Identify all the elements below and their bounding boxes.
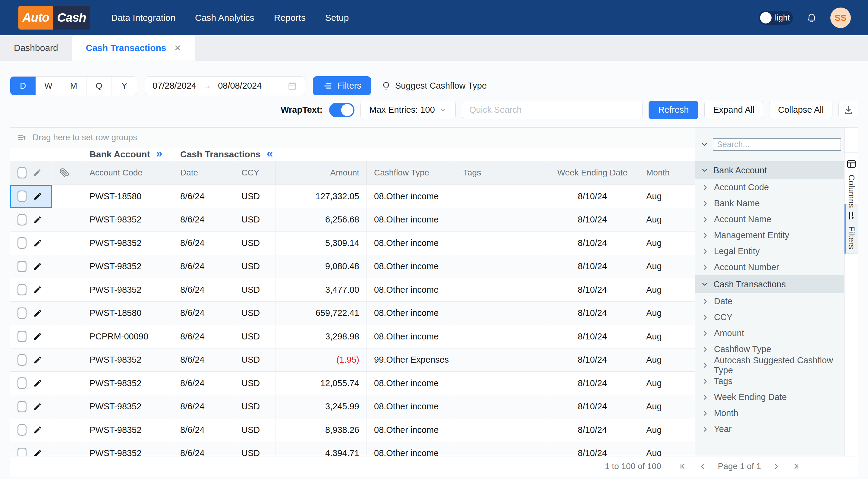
cell-tags[interactable] [456,232,546,255]
cell-month[interactable]: Aug [639,185,695,208]
cell-week-ending-date[interactable]: 8/10/24 [546,255,639,278]
quick-search-input[interactable] [462,101,643,119]
cell-date[interactable]: 8/6/24 [173,418,234,442]
cell-amount[interactable]: 4,394.71 [276,442,367,456]
filters-button[interactable]: Filters [313,76,371,95]
row-checkbox[interactable] [18,237,27,249]
collapse-group-icon[interactable]: « [267,148,273,159]
filter-item-amount[interactable]: Amount [695,325,844,341]
cell-month[interactable]: Aug [639,278,695,301]
filter-item-month[interactable]: Month [695,405,844,421]
cell-date[interactable]: 8/6/24 [173,208,234,232]
cell-ccy[interactable]: USD [234,302,276,325]
cell-amount[interactable]: 127,332.05 [276,185,367,208]
cell-date[interactable]: 8/6/24 [173,372,234,395]
row-attachment-cell[interactable] [52,372,82,395]
cell-cashflow-type[interactable]: 08.Other income [367,232,456,255]
edit-row-icon[interactable] [33,332,42,341]
download-button[interactable] [838,101,858,119]
cell-month[interactable]: Aug [639,372,695,395]
row-checkbox[interactable] [18,261,27,272]
row-checkbox[interactable] [18,284,27,295]
column-header-cashflow-type[interactable]: Cashflow Type [367,161,456,184]
cell-ccy[interactable]: USD [234,255,276,278]
row-select-cell[interactable] [10,349,52,372]
row-attachment-cell[interactable] [52,442,82,456]
cell-cashflow-type[interactable]: 08.Other income [367,418,456,442]
date-range-picker[interactable]: 07/28/2024 → 08/08/2024 [145,76,305,95]
filter-item-ccy[interactable]: CCY [695,309,844,325]
filter-item-date[interactable]: Date [695,293,844,309]
cell-cashflow-type[interactable]: 08.Other income [367,442,456,456]
cell-account-code[interactable]: PWST-98352 [82,418,173,442]
cell-ccy[interactable]: USD [234,278,276,301]
cell-tags[interactable] [456,442,546,456]
cell-amount[interactable]: 5,309.14 [276,232,367,255]
row-attachment-cell[interactable] [52,208,82,232]
row-attachment-cell[interactable] [52,185,82,208]
nav-item-setup[interactable]: Setup [325,13,349,23]
cell-cashflow-type[interactable]: 99.Other Expenses [367,349,456,372]
cell-ccy[interactable]: USD [234,372,276,395]
nav-item-cash-analytics[interactable]: Cash Analytics [195,13,254,23]
side-tab-columns[interactable]: Columns [844,153,858,203]
cell-account-code[interactable]: PWST-18580 [82,302,173,325]
filter-item-legal-entity[interactable]: Legal Entity [695,243,844,259]
period-button-w[interactable]: W [36,77,61,95]
edit-row-icon[interactable] [33,309,42,318]
row-checkbox[interactable] [18,378,27,389]
row-attachment-cell[interactable] [52,232,82,255]
edit-row-icon[interactable] [33,238,42,247]
cell-month[interactable]: Aug [639,395,695,418]
cell-account-code[interactable]: PWST-98352 [82,208,173,232]
expand-group-icon[interactable]: » [156,148,162,159]
cell-week-ending-date[interactable]: 8/10/24 [546,395,639,418]
row-select-cell[interactable] [10,185,52,208]
cell-account-code[interactable]: PWST-98352 [82,372,173,395]
row-select-cell[interactable] [10,372,52,395]
column-header-week-ending-date[interactable]: Week Ending Date [546,161,639,184]
column-header-amount[interactable]: Amount [276,161,367,184]
cell-tags[interactable] [456,185,546,208]
column-header-date[interactable]: Date [173,161,234,184]
collapse-all-button[interactable]: Collapse All [769,101,832,119]
cell-tags[interactable] [456,208,546,232]
cell-date[interactable]: 8/6/24 [173,185,234,208]
row-select-cell[interactable] [10,442,52,456]
cell-month[interactable]: Aug [639,418,695,442]
filter-item-account-number[interactable]: Account Number [695,259,844,275]
cell-account-code[interactable]: PCPRM-00090 [82,325,173,348]
filter-item-year[interactable]: Year [695,421,844,437]
row-attachment-cell[interactable] [52,349,82,372]
row-checkbox[interactable] [18,331,27,342]
filter-section-cash-transactions[interactable]: Cash Transactions [695,275,844,293]
cell-week-ending-date[interactable]: 8/10/24 [546,325,639,348]
cell-cashflow-type[interactable]: 08.Other income [367,278,456,301]
row-attachment-cell[interactable] [52,325,82,348]
edit-row-icon[interactable] [33,285,42,294]
row-attachment-cell[interactable] [52,418,82,442]
row-select-cell[interactable] [10,278,52,301]
column-header-tags[interactable]: Tags [456,161,546,184]
refresh-button[interactable]: Refresh [649,101,699,119]
cell-cashflow-type[interactable]: 08.Other income [367,395,456,418]
cell-week-ending-date[interactable]: 8/10/24 [546,349,639,372]
cell-date[interactable]: 8/6/24 [173,349,234,372]
side-tab-filters[interactable]: Filters [844,204,858,254]
cell-date[interactable]: 8/6/24 [173,232,234,255]
filters-search-input[interactable] [713,138,841,151]
cell-ccy[interactable]: USD [234,395,276,418]
tab-cash-transactions[interactable]: Cash Transactions✕ [72,35,195,61]
cell-tags[interactable] [456,255,546,278]
cell-month[interactable]: Aug [639,349,695,372]
collapse-all-chevron-icon[interactable] [700,140,709,149]
column-header-ccy[interactable]: CCY [234,161,276,184]
row-attachment-cell[interactable] [52,255,82,278]
column-header-month[interactable]: Month [639,161,695,184]
row-select-cell[interactable] [10,418,52,442]
cell-account-code[interactable]: PWST-18580 [82,185,173,208]
cell-week-ending-date[interactable]: 8/10/24 [546,418,639,442]
cell-month[interactable]: Aug [639,442,695,456]
expand-all-button[interactable]: Expand All [704,101,763,119]
row-select-cell[interactable] [10,232,52,255]
